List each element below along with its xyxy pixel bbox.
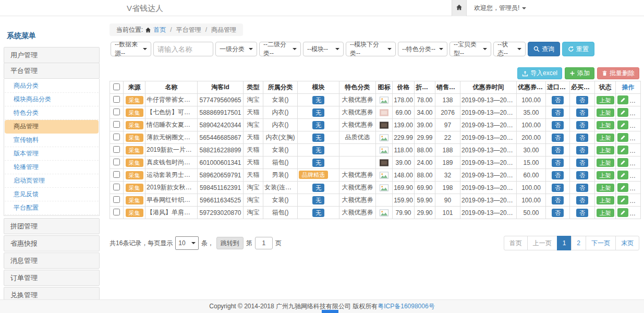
level1-category-select[interactable]: 一级分类 (215, 42, 257, 56)
edit-button[interactable] (617, 158, 628, 167)
status-toggle[interactable]: 上架 (597, 209, 614, 217)
sidebar-item-platform-mgmt[interactable]: 平台管理 (4, 63, 100, 79)
edit-button[interactable] (617, 133, 628, 142)
home-button[interactable] (452, 0, 467, 16)
status-toggle[interactable]: 上架 (597, 121, 614, 129)
breadcrumb-home-link[interactable]: 首页 (153, 26, 166, 34)
search-button[interactable]: 查询 (528, 42, 560, 56)
sidebar-item-message-mgmt[interactable]: 消息管理 (4, 252, 100, 269)
module-badge[interactable]: 无 (312, 159, 324, 167)
module-sub-category-select[interactable]: --模块下分类-- (346, 42, 396, 56)
import-select-toggle[interactable]: 否 (552, 196, 564, 204)
row-checkbox[interactable] (113, 171, 120, 178)
sidebar-subitem-goods-mgmt[interactable]: 商品管理 (5, 120, 99, 134)
jump-page-input[interactable] (255, 237, 273, 249)
module-badge[interactable]: 无 (312, 146, 324, 154)
must-buy-toggle[interactable]: 否 (576, 134, 588, 142)
row-checkbox[interactable] (113, 109, 120, 115)
status-toggle[interactable]: 上架 (597, 159, 614, 167)
row-checkbox[interactable] (113, 159, 120, 165)
module-badge[interactable]: 品牌精选 (299, 171, 328, 179)
sidebar-subitem-feature-category[interactable]: 特色分类 (5, 106, 99, 120)
row-checkbox[interactable] (113, 96, 120, 103)
must-buy-toggle[interactable]: 否 (576, 184, 588, 192)
import-excel-button[interactable]: 导入excel (517, 67, 562, 79)
edit-button[interactable] (617, 171, 628, 179)
icp-link[interactable]: 粤ICP备16098006号 (378, 303, 434, 310)
import-select-toggle[interactable]: 否 (552, 96, 564, 104)
level2-category-select[interactable]: --二级分类-- (259, 42, 301, 56)
import-select-toggle[interactable]: 否 (552, 171, 564, 179)
status-toggle[interactable]: 上架 (597, 196, 614, 204)
import-select-toggle[interactable]: 否 (552, 146, 564, 154)
reset-button[interactable]: 重置 (562, 42, 594, 56)
must-buy-toggle[interactable]: 否 (576, 146, 588, 154)
must-buy-toggle[interactable]: 否 (576, 196, 588, 204)
page-button-0[interactable]: 首页 (504, 236, 528, 250)
add-button[interactable]: 添加 (565, 67, 594, 79)
status-toggle[interactable]: 上架 (597, 171, 614, 179)
sidebar-subitem-goods-category[interactable]: 商品分类 (5, 79, 99, 93)
page-button-2[interactable]: 1 (557, 236, 572, 250)
must-buy-toggle[interactable]: 否 (576, 159, 588, 167)
feature-category-select[interactable]: --特色分类-- (398, 42, 447, 56)
status-toggle[interactable]: 上架 (597, 134, 614, 142)
batch-delete-button[interactable]: 批量删除 (597, 67, 639, 79)
status-toggle[interactable]: 上架 (597, 109, 614, 117)
row-checkbox[interactable] (113, 121, 120, 128)
module-badge[interactable]: 无 (312, 134, 324, 142)
sidebar-subitem-feedback[interactable]: 意见反馈 (5, 188, 99, 201)
sidebar-item-groupbuy-mgmt[interactable]: 拼团管理 (4, 218, 100, 234)
status-toggle[interactable]: 上架 (597, 96, 614, 104)
edit-button[interactable] (617, 95, 628, 104)
edit-button[interactable] (617, 208, 628, 217)
module-badge[interactable]: 无 (312, 184, 324, 192)
row-checkbox[interactable] (113, 184, 120, 190)
must-buy-toggle[interactable]: 否 (576, 121, 588, 129)
sidebar-subitem-module-goods-category[interactable]: 模块商品分类 (5, 93, 99, 106)
must-buy-toggle[interactable]: 否 (576, 96, 588, 104)
row-checkbox[interactable] (113, 134, 120, 140)
sidebar-subitem-platform-config[interactable]: 平台配置 (5, 201, 99, 215)
sidebar-item-order-mgmt[interactable]: 订单管理 (4, 270, 100, 286)
module-select[interactable]: --模块-- (303, 42, 344, 56)
must-buy-toggle[interactable]: 否 (576, 209, 588, 217)
page-button-4[interactable]: 下一页 (586, 236, 616, 250)
page-button-3[interactable]: 2 (571, 236, 586, 250)
select-all-checkbox[interactable] (113, 83, 120, 90)
per-page-select[interactable]: 10 (175, 236, 198, 250)
data-source-select[interactable]: --数据来源-- (111, 42, 151, 56)
sidebar-subitem-carousel-mgmt[interactable]: 轮播管理 (5, 161, 99, 174)
import-select-toggle[interactable]: 否 (552, 159, 564, 167)
import-select-toggle[interactable]: 否 (552, 134, 564, 142)
import-select-toggle[interactable]: 否 (552, 109, 564, 117)
sidebar-subitem-splash-mgmt[interactable]: 启动页管理 (5, 174, 99, 188)
module-badge[interactable]: 无 (312, 196, 324, 204)
edit-button[interactable] (617, 121, 628, 129)
jump-button[interactable]: 跳转到 (216, 237, 244, 249)
row-checkbox[interactable] (113, 209, 120, 215)
must-buy-toggle[interactable]: 否 (576, 109, 588, 117)
sidebar-subitem-version-mgmt[interactable]: 版本管理 (5, 147, 99, 161)
import-select-toggle[interactable]: 否 (552, 121, 564, 129)
module-badge[interactable]: 无 (312, 209, 324, 217)
status-toggle[interactable]: 上架 (597, 146, 614, 154)
module-badge[interactable]: 无 (312, 109, 324, 117)
edit-button[interactable] (617, 108, 628, 117)
page-button-5[interactable]: 末页 (615, 236, 639, 250)
import-select-toggle[interactable]: 否 (552, 184, 564, 192)
sidebar-item-saving-news[interactable]: 省惠快报 (4, 235, 100, 251)
sidebar-subitem-promo-material[interactable]: 宣传物料 (5, 134, 99, 147)
sidebar-item-user-mgmt[interactable]: 用户管理 (4, 47, 100, 63)
module-badge[interactable]: 无 (312, 96, 324, 104)
status-select[interactable]: --状态-- (493, 42, 526, 56)
edit-button[interactable] (617, 183, 628, 192)
row-checkbox[interactable] (113, 146, 120, 153)
module-badge[interactable]: 无 (312, 121, 324, 129)
status-toggle[interactable]: 上架 (597, 184, 614, 192)
item-type-select[interactable]: --宝贝类型-- (449, 42, 491, 56)
user-menu[interactable]: 欢迎您，管理员! (467, 0, 526, 16)
edit-button[interactable] (617, 146, 628, 154)
must-buy-toggle[interactable]: 否 (576, 171, 588, 179)
edit-button[interactable] (617, 196, 628, 204)
